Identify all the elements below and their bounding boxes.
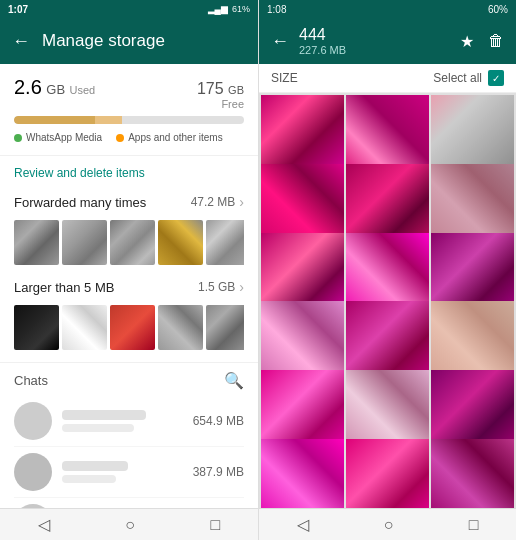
recent-nav-icon[interactable]: □ <box>211 516 221 534</box>
free-value: 175 GB <box>197 80 244 97</box>
chat-name-bar <box>62 410 146 420</box>
right-header-icons: ★ 🗑 <box>460 32 504 51</box>
right-battery: 60% <box>488 4 508 15</box>
select-all-checkbox[interactable]: ✓ <box>488 70 504 86</box>
right-panel: 1:08 60% ← 444 227.6 MB ★ 🗑 SIZE Select … <box>258 0 516 540</box>
legend-apps: Apps and other items <box>116 132 223 143</box>
storage-section: 2.6 GB Used 175 GB Free WhatsApp Media <box>0 64 258 156</box>
larger-thumbnails <box>14 301 244 358</box>
larger-size: 1.5 GB › <box>198 279 244 295</box>
used-storage: 2.6 GB Used <box>14 76 95 99</box>
large-thumb-2 <box>62 305 107 350</box>
right-header-info: 444 227.6 MB <box>299 26 450 56</box>
page-title: Manage storage <box>42 31 165 51</box>
avatar-2 <box>14 453 52 491</box>
storage-bar <box>14 116 244 124</box>
photo-grid <box>259 93 516 508</box>
thumb-4 <box>158 220 203 265</box>
whatsapp-label: WhatsApp Media <box>26 132 102 143</box>
forwarded-thumbnails <box>14 216 244 273</box>
left-status-bar: 1:07 ▂▄▆ 61% <box>0 0 258 18</box>
larger-row[interactable]: Larger than 5 MB 1.5 GB › <box>14 273 244 301</box>
legend-whatsapp: WhatsApp Media <box>14 132 102 143</box>
forwarded-size: 47.2 MB › <box>191 194 244 210</box>
thumb-2 <box>62 220 107 265</box>
chat-name-bar-2 <box>62 461 128 471</box>
large-thumb-5 <box>206 305 244 350</box>
signal-icon: ▂▄▆ <box>208 4 228 14</box>
forwarded-label: Forwarded many times <box>14 195 146 210</box>
size-label: SIZE <box>271 71 298 85</box>
main-content: 2.6 GB Used 175 GB Free WhatsApp Media <box>0 64 258 508</box>
right-nav-bar: ◁ ○ □ <box>259 508 516 540</box>
thumb-1 <box>14 220 59 265</box>
chat-size-2: 387.9 MB <box>193 465 244 479</box>
home-nav-icon[interactable]: ○ <box>125 516 135 534</box>
chat-sub-bar-2 <box>62 475 116 483</box>
used-value: 2.6 <box>14 76 42 98</box>
battery-label: 61% <box>232 4 250 14</box>
select-all-label: Select all <box>433 71 482 85</box>
whatsapp-bar <box>14 116 95 124</box>
whatsapp-dot <box>14 134 22 142</box>
right-status-bar: 1:08 60% <box>259 0 516 18</box>
review-title: Review and delete items <box>14 166 244 180</box>
chats-header: Chats 🔍 <box>14 371 244 390</box>
free-storage: 175 GB Free <box>197 80 244 110</box>
chat-sub-bar <box>62 424 134 432</box>
select-all-area[interactable]: Select all ✓ <box>433 70 504 86</box>
photo-18[interactable] <box>431 439 514 508</box>
left-header: ← Manage storage <box>0 18 258 64</box>
left-time: 1:07 <box>8 4 28 15</box>
right-back-button[interactable]: ← <box>271 31 289 52</box>
chats-section: Chats 🔍 654.9 MB 387.9 MB <box>0 363 258 508</box>
chat-size-1: 654.9 MB <box>193 414 244 428</box>
thumb-3 <box>110 220 155 265</box>
thumb-5 <box>206 220 244 265</box>
left-status-icons: ▂▄▆ 61% <box>208 4 250 14</box>
photo-16[interactable] <box>261 439 344 508</box>
chevron-right-icon: › <box>239 194 244 210</box>
delete-button[interactable]: 🗑 <box>488 32 504 50</box>
large-thumb-3 <box>110 305 155 350</box>
star-button[interactable]: ★ <box>460 32 474 51</box>
size-bar: SIZE Select all ✓ <box>259 64 516 93</box>
chat-item-1[interactable]: 654.9 MB <box>14 396 244 447</box>
storage-legend: WhatsApp Media Apps and other items <box>14 132 244 143</box>
chevron-right-icon-2: › <box>239 279 244 295</box>
right-back-nav-icon[interactable]: ◁ <box>297 515 309 534</box>
chats-title: Chats <box>14 373 48 388</box>
photo-17[interactable] <box>346 439 429 508</box>
review-section: Review and delete items Forwarded many t… <box>0 156 258 362</box>
chat-name-1 <box>62 410 183 432</box>
contact-size: 227.6 MB <box>299 44 450 56</box>
right-header: ← 444 227.6 MB ★ 🗑 <box>259 18 516 64</box>
large-thumb-4 <box>158 305 203 350</box>
right-home-nav-icon[interactable]: ○ <box>384 516 394 534</box>
contact-name: 444 <box>299 26 450 44</box>
free-label: Free <box>197 98 244 110</box>
larger-label: Larger than 5 MB <box>14 280 114 295</box>
right-recent-nav-icon[interactable]: □ <box>469 516 479 534</box>
right-time: 1:08 <box>267 4 286 15</box>
chat-item-3[interactable]: 285.8 MB <box>14 498 244 508</box>
chat-item-2[interactable]: 387.9 MB <box>14 447 244 498</box>
left-nav-bar: ◁ ○ □ <box>0 508 258 540</box>
apps-bar <box>95 116 123 124</box>
used-label: Used <box>70 84 96 96</box>
forwarded-row[interactable]: Forwarded many times 47.2 MB › <box>14 188 244 216</box>
chat-name-2 <box>62 461 183 483</box>
apps-label: Apps and other items <box>128 132 223 143</box>
left-panel: 1:07 ▂▄▆ 61% ← Manage storage 2.6 GB Use… <box>0 0 258 540</box>
apps-dot <box>116 134 124 142</box>
back-button[interactable]: ← <box>12 31 30 52</box>
search-button[interactable]: 🔍 <box>224 371 244 390</box>
storage-numbers: 2.6 GB Used 175 GB Free <box>14 76 244 110</box>
back-nav-icon[interactable]: ◁ <box>38 515 50 534</box>
avatar-1 <box>14 402 52 440</box>
large-thumb-1 <box>14 305 59 350</box>
used-unit: GB <box>46 82 65 97</box>
